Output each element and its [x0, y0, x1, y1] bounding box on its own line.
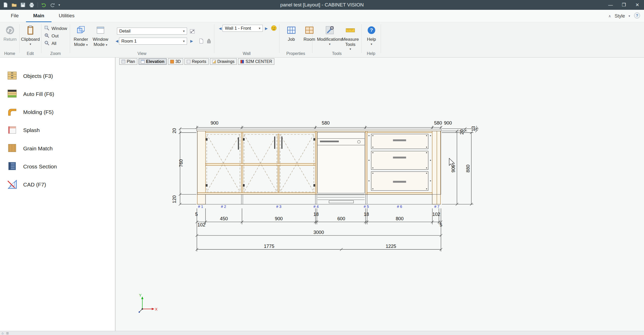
cab-num-2: # 2 — [221, 205, 226, 209]
group-label-home: Home — [0, 51, 19, 56]
new-file-icon[interactable] — [3, 2, 8, 8]
maximize-button[interactable]: ❐ — [617, 0, 631, 10]
s2m-center-tab-icon — [240, 60, 244, 63]
cab-num-3: # 3 — [276, 205, 281, 209]
clipboard-button[interactable]: Clipboard ▾ — [21, 24, 40, 45]
splash-icon — [6, 124, 18, 137]
view-tab-plan[interactable]: Plan — [119, 58, 137, 65]
view-tab-label: 3D — [175, 59, 181, 64]
room-select[interactable]: Room 1 ▾ — [119, 38, 187, 45]
cabinet-vision-window: ▾ panel test [Layout] - CABINET VISION —… — [0, 0, 644, 335]
tab-utilities[interactable]: Utilities — [52, 10, 82, 22]
ribbon-separator — [19, 24, 20, 53]
drawing-canvas[interactable]: 900 580 580 900 20 760 120 900 20 880 13… — [115, 58, 644, 331]
view-tab-s2m-center[interactable]: S2M CENTER — [238, 58, 274, 65]
ribbon-separator — [381, 24, 381, 53]
zoom-all-icon — [44, 40, 49, 47]
home-icon[interactable]: ⌂ — [2, 331, 4, 335]
fit-view-icon[interactable] — [189, 28, 196, 35]
toolbar-options-icon[interactable]: ▾ — [58, 3, 60, 7]
zoom-window-button[interactable]: Window — [44, 25, 67, 32]
dim-span-1775: 1775 — [264, 243, 274, 249]
view-tab-3d[interactable]: 3D — [168, 58, 183, 65]
sidebar-item-objects[interactable]: Objects (F3) — [0, 67, 115, 85]
undo-icon[interactable] — [41, 2, 47, 8]
return-icon — [5, 24, 15, 36]
render-mode-icon — [75, 24, 86, 36]
style-dropdown-icon[interactable]: ▾ — [629, 14, 630, 18]
ribbon-separator — [214, 24, 214, 53]
zoom-out-button[interactable]: Out — [44, 33, 58, 39]
elevation-drawing[interactable]: 900 580 580 900 20 760 120 900 20 880 13… — [116, 58, 644, 331]
svg-text:?: ? — [636, 13, 638, 18]
group-label-tools: Tools — [312, 51, 361, 56]
job-button[interactable]: Job — [283, 24, 299, 42]
plan-tab-icon — [122, 60, 125, 63]
job-icon — [286, 24, 297, 36]
zoom-out-label: Out — [52, 34, 58, 39]
reports-tab-icon — [187, 60, 190, 63]
room-prev-icon[interactable]: ◀ — [114, 38, 120, 44]
view-tab-reports[interactable]: Reports — [184, 58, 209, 65]
open-file-icon[interactable] — [11, 2, 17, 8]
help-circle-icon[interactable]: ? — [634, 12, 640, 20]
chevron-down-icon: ▾ — [259, 26, 260, 30]
sidebar-item-grain-match[interactable]: Grain Match — [0, 140, 115, 158]
zoom-window-label: Window — [52, 26, 67, 31]
smiley-icon[interactable] — [270, 25, 277, 31]
window-mode-button[interactable]: Window Mode ▾ — [91, 24, 110, 47]
dim-bot-5b: 5 — [440, 222, 442, 227]
detail-select[interactable]: Detail ▾ — [117, 28, 187, 35]
room-next-icon[interactable]: ▶ — [189, 38, 194, 44]
ucs-axis-icon: Y X — [139, 293, 158, 313]
zoom-window-icon — [44, 26, 49, 32]
clipboard-label: Clipboard — [21, 37, 40, 42]
cab-num-6: # 6 — [397, 205, 402, 209]
svg-text:?: ? — [370, 27, 373, 33]
sidebar-item-cad[interactable]: CAD (F7) — [0, 176, 115, 194]
dim-top-900b: 900 — [444, 120, 452, 126]
view-tab-elevation[interactable]: Elevation — [139, 58, 167, 65]
group-label-zoom: Zoom — [41, 51, 70, 56]
sidebar-item-label: Objects (F3) — [23, 73, 53, 79]
print-icon[interactable] — [29, 2, 35, 8]
view-tab-label: Elevation — [146, 59, 164, 64]
tab-file[interactable]: File — [4, 10, 26, 22]
style-label[interactable]: Style — [615, 13, 625, 19]
return-button[interactable]: Return — [2, 24, 18, 42]
sidebar-item-molding[interactable]: Molding (F5) — [0, 103, 115, 121]
sidebar-item-autofill[interactable]: Auto Fill (F6) — [0, 85, 115, 103]
zoom-all-button[interactable]: All — [44, 40, 56, 47]
render-mode-button[interactable]: Render Mode ▾ — [72, 24, 90, 47]
help-button[interactable]: ? Help ▾ — [364, 24, 379, 45]
room-button[interactable]: Room — [301, 24, 318, 42]
redo-icon[interactable] — [50, 2, 55, 8]
ribbon-separator — [279, 24, 279, 53]
view-tab-bar: Plan Elevation 3D Reports Drawings S2M C… — [119, 58, 274, 65]
cab-num-1: # 1 — [198, 205, 203, 209]
axis-x-label: X — [155, 307, 158, 311]
wall-select[interactable]: Wall 1 - Front ▾ — [223, 25, 263, 32]
layout-grid-icon[interactable]: ▥ — [6, 331, 9, 335]
wall-next-icon[interactable]: ▶ — [264, 26, 269, 31]
view-tab-drawings[interactable]: Drawings — [210, 58, 237, 65]
sidebar-item-splash[interactable]: Splash — [0, 121, 115, 139]
dropdown-arrow-icon: ▾ — [350, 48, 351, 50]
measure-tools-button[interactable]: Measure Tools ▾ — [340, 24, 361, 50]
new-page-icon[interactable] — [198, 38, 205, 44]
collapse-ribbon-icon[interactable]: ∧ — [608, 14, 611, 18]
dim-left-20: 20 — [172, 128, 177, 133]
save-icon[interactable] — [20, 2, 26, 8]
wall-prev-icon[interactable]: ◀ — [218, 26, 223, 31]
lock-icon[interactable] — [206, 38, 212, 44]
dropdown-arrow-icon: ▾ — [371, 43, 372, 45]
dishwasher — [317, 132, 365, 203]
minimize-button[interactable]: — — [604, 0, 617, 10]
tab-main[interactable]: Main — [26, 10, 52, 22]
cross-section-icon — [6, 160, 18, 173]
sidebar-item-cross-section[interactable]: Cross Section — [0, 158, 115, 176]
modifications-button[interactable]: Modifications ▾ — [316, 24, 343, 45]
toolbar-separator — [38, 2, 38, 7]
close-button[interactable]: ✕ — [631, 0, 644, 10]
dim-total-3000: 3000 — [313, 230, 324, 235]
